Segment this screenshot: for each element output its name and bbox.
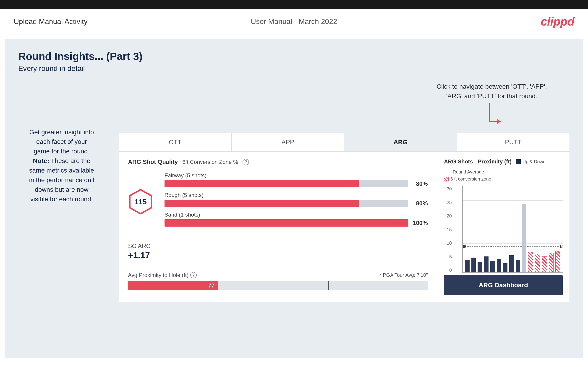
bar-track-rough: 80% bbox=[164, 200, 428, 207]
bar-label-sand: Sand (1 shots) bbox=[164, 212, 428, 218]
chart-bar-h1 bbox=[528, 252, 533, 272]
chart-title-row: ARG Shots - Proximity (ft) Up & Down Rou… bbox=[444, 158, 563, 175]
bar-label-fairway: Fairway (5 shots) bbox=[164, 172, 428, 179]
chart-title: ARG Shots - Proximity (ft) bbox=[444, 158, 511, 165]
hex-score: 115 bbox=[134, 198, 147, 206]
top-bar bbox=[0, 0, 588, 9]
y-label-20: 20 bbox=[443, 213, 452, 219]
proximity-title: Avg Proximity to Hole (ft) ? bbox=[128, 272, 197, 278]
annotation-area: Click to navigate between 'OTT', 'APP','… bbox=[119, 82, 570, 131]
logo: clippd bbox=[541, 15, 574, 28]
bar-fill-rough bbox=[164, 200, 359, 207]
sg-label: SG ARG bbox=[128, 242, 428, 250]
chart-bar-4 bbox=[484, 257, 489, 272]
chart-bar-9 bbox=[516, 260, 520, 272]
tab-ott[interactable]: OTT bbox=[119, 133, 232, 151]
y-label-30: 30 bbox=[443, 186, 452, 192]
proximity-pga: ↑ PGA Tour Avg: 7'10" bbox=[379, 272, 428, 278]
y-label-5: 5 bbox=[443, 254, 452, 259]
chart-wrapper: 0 5 10 15 20 25 30 bbox=[453, 186, 563, 273]
bar-row-sand: Sand (1 shots) 100% bbox=[164, 212, 428, 226]
tab-app[interactable]: APP bbox=[232, 133, 344, 151]
chart-header: ARG Shots - Proximity (ft) Up & Down Rou… bbox=[444, 158, 563, 182]
y-label-15: 15 bbox=[443, 227, 452, 232]
legend-conversion-zone: 6 ft conversion zone bbox=[444, 176, 563, 182]
bar-rows: Fairway (5 shots) 80% Rou bbox=[164, 172, 428, 231]
hex-score-container: 115 Fairway (5 shots) bbox=[128, 172, 428, 231]
chart-area: 8 bbox=[462, 186, 563, 273]
y-label-0: 0 bbox=[443, 268, 452, 273]
chart-bar-3 bbox=[477, 262, 482, 272]
chart-bar-5 bbox=[490, 261, 495, 272]
page-subtitle: Every round in detail bbox=[18, 64, 570, 73]
chart-bar-6 bbox=[497, 259, 501, 272]
proximity-section: Avg Proximity to Hole (ft) ? ↑ PGA Tour … bbox=[128, 267, 428, 290]
svg-marker-2 bbox=[497, 119, 501, 124]
legend-round-avg: Round Average bbox=[444, 169, 484, 175]
hex-badge: 115 bbox=[128, 189, 153, 214]
proximity-bar-fill: 77' bbox=[128, 281, 218, 290]
panel-body: ARG Shot Quality 6ft Conversion Zone % ?… bbox=[119, 152, 570, 302]
shot-quality-title: ARG Shot Quality bbox=[128, 158, 178, 166]
y-label-25: 25 bbox=[443, 200, 452, 205]
legend-up-down: Up & Down bbox=[516, 159, 545, 164]
chart-bar-h2 bbox=[535, 254, 540, 272]
bar-pct-rough: 80% bbox=[412, 200, 428, 207]
header-center-label: User Manual - March 2022 bbox=[251, 17, 337, 26]
chart-section: ARG Shots - Proximity (ft) Up & Down Rou… bbox=[437, 152, 570, 302]
chart-bar-1 bbox=[465, 260, 470, 272]
annotation-box: Click to navigate between 'OTT', 'APP','… bbox=[436, 82, 547, 131]
legend-box-icon bbox=[516, 159, 521, 164]
bars-container bbox=[465, 186, 560, 272]
bar-fill-fairway bbox=[164, 180, 359, 187]
sidebar-insight: Get greater insight into each facet of y… bbox=[18, 127, 105, 204]
bar-row-fairway: Fairway (5 shots) 80% bbox=[164, 172, 428, 187]
main-content: Round Insights... (Part 3) Every round i… bbox=[5, 39, 583, 358]
page-title: Round Insights... (Part 3) bbox=[18, 50, 570, 62]
y-axis-labels: 0 5 10 15 20 25 30 bbox=[443, 186, 452, 273]
bar-pct-fairway: 80% bbox=[412, 180, 428, 187]
right-area: Click to navigate between 'OTT', 'APP','… bbox=[119, 82, 570, 302]
bar-label-rough: Rough (5 shots) bbox=[164, 192, 428, 198]
bar-outer-rough bbox=[164, 200, 408, 207]
upload-label: Upload Manual Activity bbox=[14, 17, 88, 26]
stats-header: ARG Shot Quality 6ft Conversion Zone % ? bbox=[128, 158, 428, 166]
arrow-icon bbox=[483, 103, 501, 131]
chart-bar-2 bbox=[471, 258, 476, 272]
bar-pct-sand: 100% bbox=[412, 219, 428, 226]
bar-fill-sand bbox=[164, 219, 408, 226]
tab-arg[interactable]: ARG bbox=[344, 133, 457, 151]
proximity-cursor bbox=[328, 281, 329, 290]
tab-putt[interactable]: PUTT bbox=[457, 133, 570, 151]
bar-outer-sand bbox=[164, 219, 408, 226]
footer: Copyright Clippd 2021 bbox=[0, 362, 588, 367]
y-label-10: 10 bbox=[443, 241, 452, 246]
chart-bar-h3 bbox=[542, 257, 547, 272]
chart-bar-7 bbox=[503, 263, 508, 272]
content-layout: Get greater insight into each facet of y… bbox=[18, 82, 570, 302]
tabs: OTT APP ARG PUTT bbox=[119, 133, 570, 152]
proximity-help-icon[interactable]: ? bbox=[190, 272, 197, 278]
chart-bar-h4 bbox=[549, 253, 554, 272]
arrow-container bbox=[436, 103, 547, 131]
arg-dashboard-button[interactable]: ARG Dashboard bbox=[444, 275, 563, 295]
proximity-bar-label: 77' bbox=[208, 283, 216, 289]
header: Upload Manual Activity User Manual - Mar… bbox=[0, 9, 588, 34]
note-label: Note: bbox=[33, 157, 49, 164]
help-icon[interactable]: ? bbox=[242, 159, 249, 165]
chart-bar-8 bbox=[509, 255, 514, 272]
chart-bar-h5 bbox=[555, 251, 560, 272]
bar-outer-fairway bbox=[164, 180, 408, 187]
legend-hatched-icon bbox=[444, 177, 449, 182]
legend-dashed-icon bbox=[444, 172, 451, 172]
stats-section: ARG Shot Quality 6ft Conversion Zone % ?… bbox=[119, 152, 437, 302]
sg-value: +1.17 bbox=[128, 250, 428, 260]
bar-track-fairway: 80% bbox=[164, 180, 428, 187]
left-sidebar: Get greater insight into each facet of y… bbox=[18, 82, 105, 204]
chart-bar-tall bbox=[522, 204, 527, 272]
annotation-text: Click to navigate between 'OTT', 'APP','… bbox=[436, 82, 547, 101]
bar-track-sand: 100% bbox=[164, 219, 428, 226]
proximity-header: Avg Proximity to Hole (ft) ? ↑ PGA Tour … bbox=[128, 272, 428, 278]
sg-section: SG ARG +1.17 bbox=[128, 238, 428, 260]
proximity-bar-outer: 77' bbox=[128, 281, 428, 290]
